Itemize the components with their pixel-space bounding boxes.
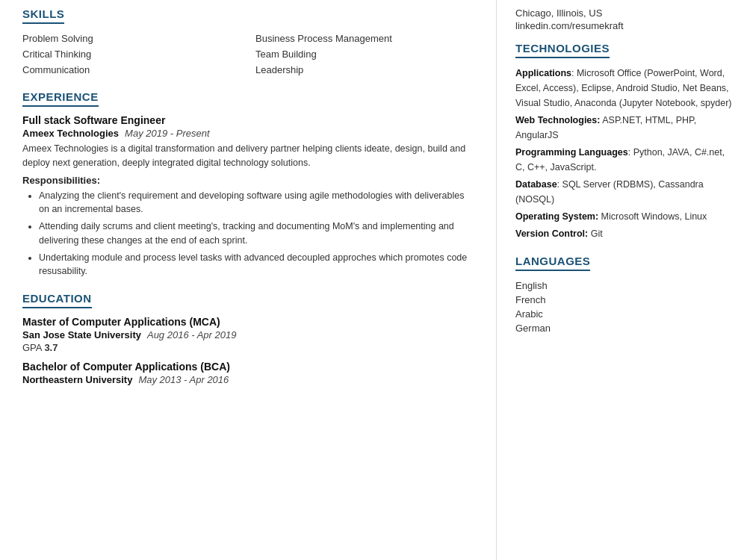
skill-item: Communication [22,63,241,77]
education-section: EDUCATION Master of Computer Application… [22,292,474,385]
skill-item: Critical Thinking [22,47,241,61]
skills-section: SKILLS Problem Solving Business Process … [22,7,474,77]
degree-dates: May 2013 - Apr 2016 [138,374,229,385]
tech-item-database: Database: SQL Server (RDBMS), Cassandra … [515,177,732,207]
tech-label: Database [515,179,557,190]
tech-label: Applications [515,68,571,78]
university-line: Northeastern University May 2013 - Apr 2… [22,374,474,385]
responsibility-item: Attending daily scrums and client meetin… [39,220,474,248]
tech-item-web: Web Technologies: ASP.NET, HTML, PHP, An… [515,113,732,143]
tech-label: Operating System: [515,211,598,222]
tech-item-version-control: Version Control: Git [515,226,732,241]
experience-section: EXPERIENCE Full stack Software Engineer … [22,90,474,279]
degree-entry: Master of Computer Applications (MCA) Sa… [22,316,474,353]
skills-grid: Problem Solving Business Process Managem… [22,31,474,77]
contact-info: Chicago, Illinois, US linkedin.com/resum… [515,7,732,31]
language-item: French [515,293,732,307]
tech-value: Git [588,228,602,239]
tech-label: Web Technologies: [515,115,600,125]
university-name: San Jose State University [22,329,141,340]
skill-item: Business Process Management [255,31,474,46]
right-column: Chicago, Illinois, US linkedin.com/resum… [497,0,747,560]
skill-item: Team Building [255,47,474,61]
skill-item: Problem Solving [22,31,241,46]
skills-title: SKILLS [22,7,64,24]
education-title: EDUCATION [22,292,92,308]
languages-section: LANGUAGES English French Arabic German [515,255,732,335]
tech-list: Applications: Microsoft Office (PowerPoi… [515,66,732,241]
responsibilities-label: Responsibilities: [22,175,474,186]
degree-dates: Aug 2016 - Apr 2019 [147,329,237,340]
languages-title: LANGUAGES [515,255,590,271]
left-column: SKILLS Problem Solving Business Process … [0,0,497,560]
linkedin: linkedin.com/resumekraft [515,20,732,31]
degree-name: Master of Computer Applications (MCA) [22,316,474,328]
responsibility-item: Analyzing the client's requirement and d… [39,189,474,217]
gpa-value: 3.7 [44,342,58,353]
university-line: San Jose State University Aug 2016 - Apr… [22,329,474,340]
tech-label: Programming Languages [515,147,628,158]
experience-title: EXPERIENCE [22,90,99,107]
responsibilities-list: Analyzing the client's requirement and d… [22,189,474,279]
technologies-section: TECHNOLOGIES Applications: Microsoft Off… [515,42,732,241]
company-name: Ameex Technologies [22,128,119,139]
tech-item-applications: Applications: Microsoft Office (PowerPoi… [515,66,732,111]
language-item: English [515,279,732,293]
university-name: Northeastern University [22,374,132,385]
language-item: German [515,321,732,335]
location: Chicago, Illinois, US [515,7,732,19]
language-item: Arabic [515,307,732,321]
job-entry: Full stack Software Engineer Ameex Techn… [22,114,474,279]
skill-item: Leadership [255,63,474,77]
degree-entry: Bachelor of Computer Applications (BCA) … [22,361,474,385]
gpa-line: GPA 3.7 [22,342,474,353]
job-dates: May 2019 - Present [125,128,209,139]
company-line: Ameex Technologies May 2019 - Present [22,128,474,139]
tech-label: Version Control: [515,228,588,239]
job-description: Ameex Technologies is a digital transfor… [22,142,474,170]
technologies-title: TECHNOLOGIES [515,42,610,58]
tech-value: Microsoft Windows, Linux [598,211,707,222]
resume-page: SKILLS Problem Solving Business Process … [0,0,747,560]
tech-item-programming: Programming Languages: Python, JAVA, C#.… [515,145,732,175]
tech-item-os: Operating System: Microsoft Windows, Lin… [515,209,732,224]
responsibility-item: Undertaking module and process level tas… [39,251,474,279]
degree-name: Bachelor of Computer Applications (BCA) [22,361,474,373]
job-title: Full stack Software Engineer [22,114,474,126]
